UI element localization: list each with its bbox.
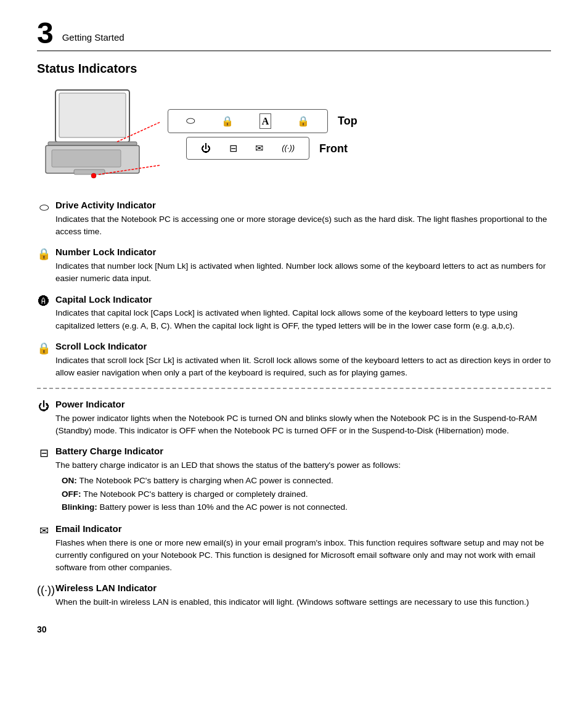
top-icon-scrolllock: 🔒 (297, 114, 309, 128)
diagram-container: ⬭ 🔒 A 🔒 Top ⏻ ⊟ ✉ ((·)) Front (37, 85, 551, 184)
battery-heading: Battery Charge Indicator (55, 444, 551, 458)
power-body: The power indicator lights when the Note… (55, 412, 551, 438)
svg-rect-5 (74, 170, 105, 174)
indicator-section-power: ⏻Power IndicatorThe power indicator ligh… (37, 398, 551, 437)
indicator-section-drive: ⬭Drive Activity IndicatorIndicates that … (37, 198, 551, 238)
chapter-title: Getting Started (62, 31, 125, 48)
drive-body: Indicates that the Notebook PC is access… (55, 213, 551, 239)
numlock-heading: Number Lock Indicator (55, 245, 551, 259)
numlock-content: Number Lock IndicatorIndicates that numb… (55, 245, 551, 285)
battery-sub-item: Blinking: Battery power is less than 10%… (62, 501, 551, 514)
power-content: Power IndicatorThe power indicator light… (55, 398, 551, 437)
indicator-section-email: ✉Email IndicatorFlashes when there is on… (37, 522, 551, 575)
battery-sub-item: ON: The Notebook PC's battery is chargin… (62, 475, 551, 487)
front-indicator-box: ⏻ ⊟ ✉ ((·)) (186, 137, 309, 160)
wlan-icon: ((·)) (37, 582, 51, 598)
svg-rect-4 (52, 150, 121, 167)
top-icon-drive: ⬭ (186, 113, 195, 129)
capslock-heading: Capital Lock Indicator (55, 293, 551, 306)
front-indicator-row: ⏻ ⊟ ✉ ((·)) Front (168, 137, 357, 160)
wlan-body: When the built-in wireless LAN is enable… (55, 596, 551, 608)
power-icon: ⏻ (37, 398, 51, 414)
capslock-content: Capital Lock IndicatorIndicates that cap… (55, 293, 551, 332)
power-heading: Power Indicator (55, 398, 551, 411)
svg-rect-2 (48, 142, 137, 145)
indicators-panel: ⬭ 🔒 A 🔒 Top ⏻ ⊟ ✉ ((·)) Front (168, 109, 357, 160)
top-indicator-row: ⬭ 🔒 A 🔒 Top (168, 109, 357, 133)
front-label: Front (319, 141, 348, 157)
svg-point-6 (91, 173, 96, 178)
front-icon-wifi: ((·)) (282, 142, 295, 154)
scrolllock-heading: Scroll Lock Indicator (55, 340, 551, 353)
wlan-heading: Wireless LAN Indicator (55, 581, 551, 595)
battery-icon: ⊟ (37, 445, 51, 461)
scrolllock-body: Indicates that scroll lock [Scr Lk] is a… (55, 354, 551, 380)
indicator-section-numlock: 🔒Number Lock IndicatorIndicates that num… (37, 245, 551, 285)
scrolllock-content: Scroll Lock IndicatorIndicates that scro… (55, 340, 551, 379)
chapter-header: 3 Getting Started (37, 18, 551, 51)
svg-rect-1 (59, 93, 126, 137)
front-icon-power: ⏻ (201, 141, 211, 155)
email-content: Email IndicatorFlashes when there is one… (55, 522, 551, 575)
indicator-section-battery: ⊟Battery Charge IndicatorThe battery cha… (37, 444, 551, 515)
top-indicators-section: ⬭Drive Activity IndicatorIndicates that … (37, 198, 551, 379)
email-heading: Email Indicator (55, 522, 551, 536)
battery-sub-items: ON: The Notebook PC's battery is chargin… (62, 475, 551, 514)
battery-content: Battery Charge IndicatorThe battery char… (55, 444, 551, 515)
top-label: Top (338, 113, 357, 129)
indicator-section-scrolllock: 🔒Scroll Lock IndicatorIndicates that scr… (37, 340, 551, 379)
email-body: Flashes when there is one or more new em… (55, 537, 551, 575)
top-icon-capslock: A (259, 113, 272, 129)
top-indicator-box: ⬭ 🔒 A 🔒 (168, 109, 328, 133)
laptop-illustration (37, 85, 160, 184)
top-icon-numlock: 🔒 (221, 114, 234, 128)
numlock-body: Indicates that number lock [Num Lk] is a… (55, 260, 551, 285)
section-divider (37, 388, 551, 389)
wlan-content: Wireless LAN IndicatorWhen the built-in … (55, 581, 551, 608)
section-title: Status Indicators (37, 60, 551, 78)
page-number: 30 (37, 623, 551, 636)
email-icon: ✉ (37, 523, 51, 539)
drive-heading: Drive Activity Indicator (55, 198, 551, 212)
capslock-body: Indicates that capital lock [Caps Lock] … (55, 307, 551, 332)
battery-sub-item: OFF: The Notebook PC's battery is charge… (62, 488, 551, 501)
indicator-section-wlan: ((·))Wireless LAN IndicatorWhen the buil… (37, 581, 551, 608)
front-icon-battery: ⊟ (229, 141, 237, 155)
front-indicators-section: ⏻Power IndicatorThe power indicator ligh… (37, 398, 551, 608)
chapter-number: 3 (37, 18, 54, 48)
battery-body: The battery charge indicator is an LED t… (55, 459, 551, 472)
drive-icon: ⬭ (37, 199, 51, 215)
scrolllock-icon: 🔒 (37, 340, 51, 356)
capslock-icon: 🅐 (37, 293, 51, 309)
indicator-section-capslock: 🅐Capital Lock IndicatorIndicates that ca… (37, 293, 551, 332)
numlock-icon: 🔒 (37, 246, 51, 262)
drive-content: Drive Activity IndicatorIndicates that t… (55, 198, 551, 238)
front-icon-email: ✉ (255, 141, 263, 155)
